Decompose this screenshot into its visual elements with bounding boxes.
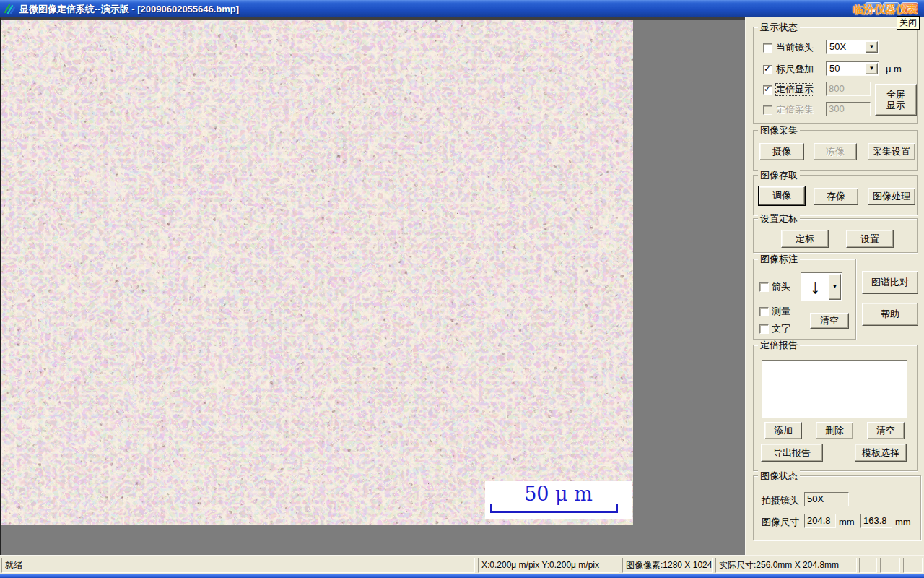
status-bar: 就绪 X:0.200μ m/pix Y:0.200μ m/pix 图像像素:12… (0, 555, 924, 574)
chevron-down-icon: ▼ (869, 66, 875, 72)
window-title: 显微图像定倍系统--演示版 - [20090602055646.bmp] (19, 3, 239, 16)
checkbox-measure[interactable] (759, 307, 769, 316)
label-ruler-overlay: 标尺叠加 (776, 64, 814, 75)
arrow-style-dropdown-button[interactable]: ▼ (829, 274, 841, 300)
window-bottom-border (0, 574, 924, 578)
image-width-field: 204.8 (804, 514, 836, 528)
group-image-status-title: 图像状态 (758, 470, 800, 481)
ruler-value: 50 (829, 63, 840, 74)
label-text: 文字 (772, 323, 790, 335)
status-ready: 就绪 (1, 558, 475, 573)
title-bar: 显微图像定倍系统--演示版 - [20090602055646.bmp] × 临… (0, 0, 924, 17)
restore-icon (887, 5, 894, 11)
report-clear-button[interactable]: 清空 (867, 422, 905, 439)
export-report-button[interactable]: 导出报告 (761, 444, 823, 462)
report-delete-button[interactable]: 删除 (816, 422, 853, 439)
fullscreen-button[interactable]: 全屏 显示 (875, 84, 917, 116)
arrow-style-select[interactable]: ↓ ▼ (801, 272, 842, 301)
capture-settings-button[interactable]: 采集设置 (868, 143, 915, 160)
calibration-setup-button[interactable]: 设置 (846, 230, 894, 248)
checkbox-fixed-display[interactable]: ✓ (763, 85, 772, 95)
group-annotation: 图像标注 箭头 ↓ ▼ 测量 文字 清空 (753, 259, 856, 340)
scale-bar-label: 50 μ m (485, 481, 632, 507)
atlas-compare-button[interactable]: 图谱比对 (862, 271, 918, 294)
group-image-storage-title: 图像存取 (758, 170, 800, 181)
minimize-button[interactable] (865, 2, 881, 14)
label-current-lens: 当前镜头 (776, 42, 814, 53)
scale-bar-overlay: 50 μ m (485, 481, 632, 519)
status-empty-1 (859, 558, 877, 573)
fullscreen-button-line1: 全屏 (886, 89, 905, 100)
load-image-button[interactable]: 调像 (759, 186, 805, 205)
status-pixel-scale: X:0.200μ m/pix Y:0.200μ m/pix (478, 558, 619, 573)
scale-bar-tick-right (616, 504, 618, 513)
minimize-icon (868, 9, 875, 12)
status-actual-size: 实际尺寸:256.0mm X 204.8mm (715, 558, 857, 573)
label-fixed-display: 定倍显示 (776, 84, 814, 95)
help-button[interactable]: 帮助 (862, 303, 918, 326)
checkbox-fixed-capture (763, 105, 772, 115)
report-add-button[interactable]: 添加 (764, 422, 802, 439)
group-image-capture-title: 图像采集 (758, 125, 800, 136)
scale-bar-line (492, 511, 616, 513)
check-icon: ✓ (764, 64, 771, 74)
close-button[interactable]: × (901, 2, 918, 14)
report-listbox[interactable] (762, 360, 907, 418)
freeze-button: 冻像 (814, 143, 857, 160)
check-icon: ✓ (764, 84, 771, 94)
save-image-button[interactable]: 存像 (814, 188, 858, 205)
group-report-title: 定倍报告 (758, 340, 800, 350)
label-measure: 测量 (772, 306, 790, 317)
close-icon: × (907, 2, 912, 14)
chevron-down-icon: ▼ (869, 44, 875, 50)
current-lens-dropdown-button[interactable]: ▼ (866, 41, 878, 53)
checkbox-ruler-overlay[interactable]: ✓ (763, 65, 772, 74)
control-panel: 显示状态 当前镜头 50X ▼ ✓ 标尺叠加 50 ▼ μ m ✓ (745, 17, 924, 555)
application-window: 显微图像定倍系统--演示版 - [20090602055646.bmp] × 临… (0, 0, 924, 578)
group-calibration: 设置定标 定标 设置 (753, 218, 918, 253)
status-empty-2 (880, 558, 900, 573)
group-annotation-title: 图像标注 (758, 254, 800, 264)
fixed-display-input: 800 (826, 82, 871, 96)
group-display-status: 显示状态 当前镜头 50X ▼ ✓ 标尺叠加 50 ▼ μ m ✓ (753, 27, 918, 124)
image-process-button[interactable]: 图像处理 (868, 188, 915, 205)
label-shooting-lens: 拍摄镜头 (762, 495, 799, 506)
current-lens-select[interactable]: 50X ▼ (826, 40, 879, 54)
status-image-pixels: 图像像素:1280 X 1024 (622, 558, 713, 573)
scale-bar-tick-left (490, 504, 492, 513)
label-arrow: 箭头 (772, 281, 790, 293)
label-fixed-capture: 定倍采集 (776, 104, 814, 116)
group-report: 定倍报告 添加 删除 清空 导出报告 模板选择 (753, 345, 918, 471)
label-height-unit: mm (895, 517, 911, 528)
group-image-capture: 图像采集 摄像 冻像 采集设置 (753, 130, 918, 171)
checkbox-text[interactable] (759, 324, 769, 334)
annotation-clear-button[interactable]: 清空 (810, 313, 849, 329)
template-select-button[interactable]: 模板选择 (855, 444, 907, 462)
group-display-status-title: 显示状态 (758, 22, 800, 33)
group-image-status: 图像状态 拍摄镜头 50X 图像尺寸 204.8 mm 163.8 mm (753, 475, 921, 540)
label-image-size: 图像尺寸 (762, 517, 799, 528)
checkbox-arrow[interactable] (759, 282, 769, 292)
calibrate-button[interactable]: 定标 (781, 230, 829, 248)
shooting-lens-field: 50X (804, 492, 849, 506)
fullscreen-button-line2: 显示 (886, 100, 905, 111)
image-viewport: 50 μ m (0, 17, 745, 555)
status-empty-3 (903, 558, 923, 573)
close-tooltip: 关闭 (897, 16, 920, 30)
label-width-unit: mm (839, 517, 855, 528)
current-lens-value: 50X (829, 41, 846, 53)
arrow-down-icon: ↓ (801, 273, 829, 301)
label-ruler-unit: μ m (886, 64, 902, 75)
shoot-button[interactable]: 摄像 (759, 143, 804, 160)
chevron-down-icon: ▼ (832, 284, 838, 290)
micrograph-image (1, 20, 633, 525)
ruler-value-select[interactable]: 50 ▼ (826, 61, 879, 76)
app-icon (4, 3, 15, 14)
fixed-capture-input: 300 (826, 102, 871, 116)
ruler-dropdown-button[interactable]: ▼ (866, 63, 878, 74)
restore-button[interactable] (883, 2, 899, 14)
image-height-field: 163.8 (860, 514, 892, 528)
checkbox-current-lens[interactable] (763, 43, 772, 53)
group-calibration-title: 设置定标 (758, 213, 800, 224)
group-image-storage: 图像存取 调像 存像 图像处理 (753, 175, 918, 215)
